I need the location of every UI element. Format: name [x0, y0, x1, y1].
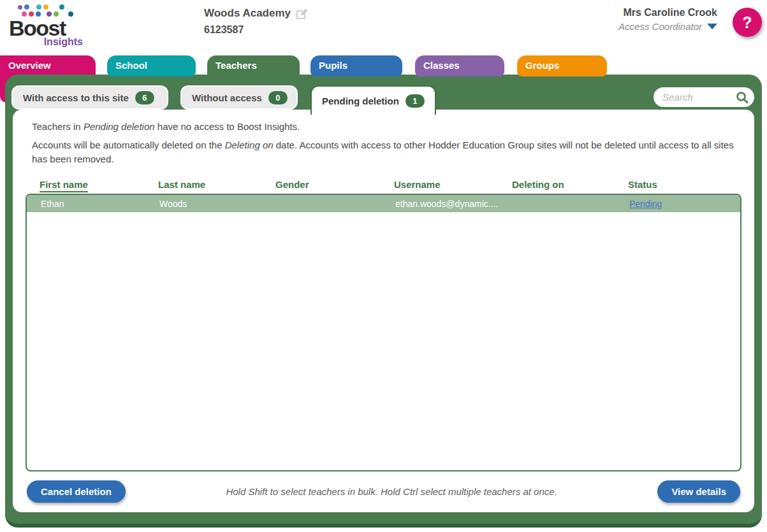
subtab-label: Pending deletion — [322, 96, 399, 106]
column-header-first-name[interactable]: First name — [26, 179, 144, 190]
user-menu[interactable]: Mrs Caroline Crook Access Coordinator — [618, 7, 717, 32]
column-header-status[interactable]: Status — [614, 179, 741, 190]
cell-status: Pending — [615, 199, 740, 209]
desc-text: Accounts will be automatically deleted o… — [32, 140, 225, 150]
school-info: Woods Academy 6123587 — [204, 7, 308, 36]
view-details-button[interactable]: View details — [657, 480, 740, 503]
table-header-row: First name Last name Gender Username Del… — [26, 179, 741, 190]
subtab-pending-deletion[interactable]: Pending deletion 1 — [310, 85, 436, 115]
school-name: Woods Academy — [204, 7, 291, 20]
count-badge: 1 — [405, 94, 425, 108]
count-badge: 0 — [268, 91, 288, 104]
user-name: Mrs Caroline Crook — [618, 7, 717, 18]
search-icon[interactable] — [735, 90, 749, 104]
pending-deletion-description: Teachers in Pending deletion have no acc… — [32, 120, 735, 170]
search-box — [654, 87, 754, 107]
count-badge: 6 — [135, 91, 154, 104]
desc-text: Teachers in — [32, 121, 84, 132]
status-pending-link[interactable]: Pending — [629, 199, 662, 209]
boost-logo: Boost Insights — [9, 4, 85, 48]
search-input[interactable] — [662, 92, 733, 103]
actions-bar: Cancel deletion Hold Shift to select tea… — [27, 479, 740, 503]
tab-pupils[interactable]: Pupils — [310, 55, 402, 76]
column-header-gender[interactable]: Gender — [261, 179, 380, 190]
desc-text: have no access to Boost Insights. — [155, 121, 300, 132]
column-header-last-name[interactable]: Last name — [144, 179, 261, 190]
school-id: 6123587 — [204, 24, 308, 36]
teachers-section-panel: With access to this site 6 Without acces… — [5, 75, 762, 528]
subtab-label: With access to this site — [23, 92, 129, 103]
edit-school-name-icon[interactable] — [296, 8, 308, 20]
pending-deletion-content: Teachers in Pending deletion have no acc… — [13, 110, 754, 512]
bulk-select-hint: Hold Shift to select teachers in bulk. H… — [226, 486, 557, 497]
boost-logo-dots — [18, 4, 85, 10]
desc-text-italic: Pending deletion — [84, 121, 155, 132]
subtab-without-access[interactable]: Without access 0 — [180, 85, 298, 110]
subtab-label: Without access — [192, 92, 262, 103]
desc-text-italic: Deleting on — [225, 140, 274, 150]
table-row[interactable]: Ethan Woods ethan.woods@dynamic.... Pend… — [27, 195, 740, 212]
tab-teachers[interactable]: Teachers — [207, 55, 300, 82]
logo-title: Boost — [9, 17, 85, 39]
subtab-with-access[interactable]: With access to this site 6 — [11, 85, 168, 110]
cell-username: ethan.woods@dynamic.... — [381, 199, 499, 209]
tab-classes[interactable]: Classes — [415, 55, 504, 76]
cell-last-name: Woods — [145, 199, 263, 209]
user-role: Access Coordinator — [618, 21, 702, 32]
help-button[interactable]: ? — [733, 8, 762, 37]
teachers-table: Ethan Woods ethan.woods@dynamic.... Pend… — [26, 194, 741, 471]
chevron-down-icon[interactable] — [707, 24, 717, 29]
tab-groups[interactable]: Groups — [517, 55, 607, 76]
tab-school[interactable]: School — [107, 55, 196, 76]
column-header-deleting-on[interactable]: Deleting on — [498, 179, 614, 190]
cancel-deletion-button[interactable]: Cancel deletion — [27, 480, 126, 503]
cell-first-name: Ethan — [27, 199, 145, 209]
app-header: Boost Insights Woods Academy 6123587 Mrs… — [0, 0, 767, 55]
column-header-username[interactable]: Username — [380, 179, 498, 190]
